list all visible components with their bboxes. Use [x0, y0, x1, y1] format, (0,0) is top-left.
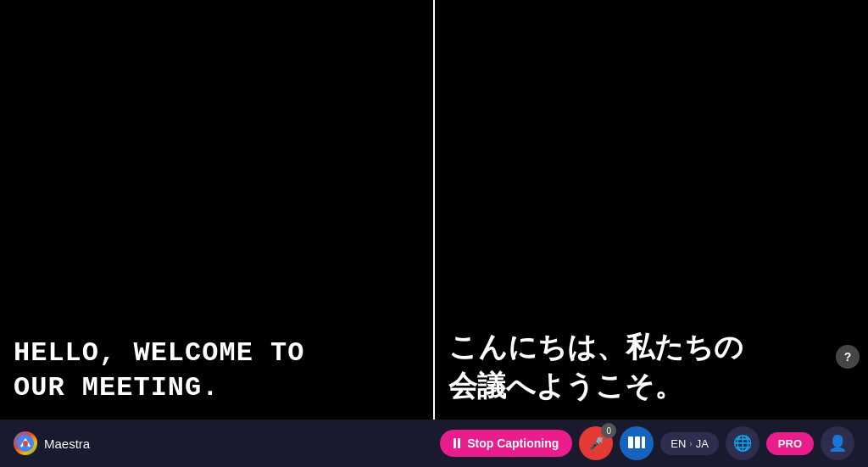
- left-caption: HELLO, WELCOME TOOUR MEETING.: [14, 336, 304, 406]
- caption-toggle-icon: [628, 436, 645, 451]
- brand: Maestra: [14, 431, 90, 455]
- user-icon: 👤: [828, 434, 847, 453]
- toolbar: Stop Captioning 🎤 0 EN › JA 🌐 PRO: [440, 426, 854, 460]
- pause-icon: [453, 438, 460, 448]
- globe-icon: 🌐: [733, 434, 752, 453]
- mic-badge: 0: [601, 423, 616, 438]
- help-button[interactable]: ?: [836, 345, 860, 369]
- mic-button[interactable]: 🎤 0: [579, 426, 613, 460]
- pro-button[interactable]: PRO: [766, 432, 814, 455]
- svg-rect-4: [642, 436, 645, 448]
- stop-captioning-button[interactable]: Stop Captioning: [440, 430, 572, 457]
- right-caption: こんにちは、私たちの会議へようこそ。: [448, 328, 743, 406]
- svg-point-1: [23, 441, 28, 446]
- brand-logo: [14, 431, 37, 455]
- bottom-bar: Maestra Stop Captioning 🎤 0 EN: [0, 420, 868, 467]
- brand-name: Maestra: [44, 436, 90, 451]
- lang-arrow-icon: ›: [689, 439, 692, 448]
- avatar-button[interactable]: 👤: [821, 426, 854, 460]
- svg-rect-3: [635, 436, 640, 448]
- lang-from: EN: [670, 437, 686, 450]
- main-content: HELLO, WELCOME TOOUR MEETING. こんにちは、私たちの…: [0, 0, 868, 420]
- language-selector-button[interactable]: EN › JA: [660, 432, 719, 455]
- caption-toggle-button[interactable]: [620, 426, 654, 460]
- mic-icon: 🎤: [589, 436, 604, 450]
- globe-button[interactable]: 🌐: [726, 426, 760, 460]
- left-video-panel: HELLO, WELCOME TOOUR MEETING.: [0, 0, 435, 420]
- lang-to: JA: [696, 437, 709, 450]
- pro-label: PRO: [778, 437, 802, 450]
- stop-captioning-label: Stop Captioning: [467, 436, 559, 450]
- svg-rect-2: [628, 436, 633, 448]
- right-video-panel: こんにちは、私たちの会議へようこそ。 ?: [435, 0, 868, 420]
